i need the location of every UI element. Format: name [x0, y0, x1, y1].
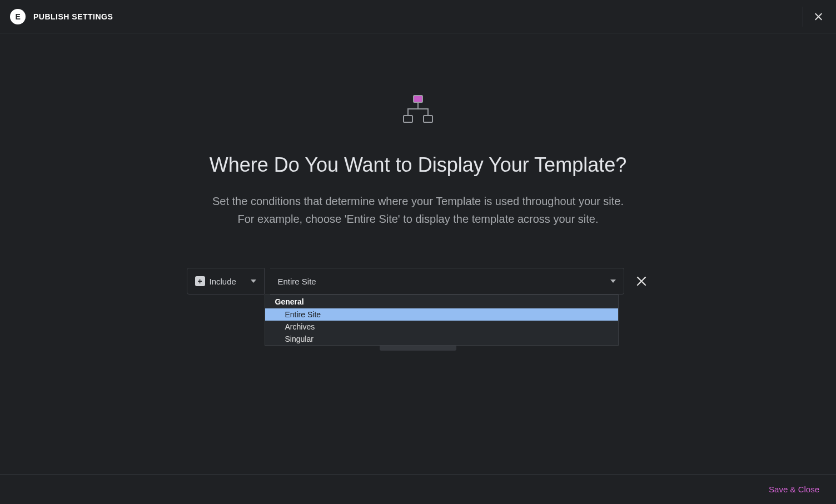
remove-condition-button[interactable] — [633, 276, 650, 286]
description-text: Set the conditions that determine where … — [212, 192, 624, 228]
main-heading: Where Do You Want to Display Your Templa… — [210, 153, 626, 177]
location-select[interactable]: Entire Site — [270, 268, 624, 295]
save-close-button[interactable]: Save & Close — [769, 485, 819, 494]
description-line-2: For example, choose 'Entire Site' to dis… — [237, 213, 598, 225]
header-left: E PUBLISH SETTINGS — [10, 9, 113, 24]
close-button[interactable] — [803, 7, 823, 27]
description-line-1: Set the conditions that determine where … — [212, 195, 624, 207]
svg-rect-0 — [414, 96, 422, 102]
location-selected-value: Entire Site — [278, 277, 316, 286]
condition-row: + Include Entire Site General Entire Sit… — [187, 268, 650, 295]
location-dropdown: General Entire Site Archives Singular — [265, 295, 619, 346]
svg-rect-2 — [424, 116, 432, 122]
dropdown-option-archives[interactable]: Archives — [265, 321, 618, 333]
dropdown-option-singular[interactable]: Singular — [265, 333, 618, 345]
dropdown-option-entire-site[interactable]: Entire Site — [265, 308, 618, 321]
modal-header: E PUBLISH SETTINGS — [0, 0, 836, 33]
publish-settings-modal: E PUBLISH SETTINGS Where Do You Want to … — [0, 0, 836, 504]
caret-down-icon — [251, 280, 256, 283]
caret-down-icon — [610, 280, 616, 283]
modal-title: PUBLISH SETTINGS — [33, 12, 113, 21]
dropdown-group-label: General — [265, 295, 618, 308]
modal-footer: Save & Close — [0, 474, 836, 504]
elementor-logo-icon: E — [10, 9, 26, 24]
plus-icon: + — [195, 276, 205, 286]
close-icon — [814, 11, 823, 22]
modal-body: Where Do You Want to Display Your Templa… — [0, 33, 836, 474]
include-label: Include — [210, 277, 236, 286]
include-exclude-select[interactable]: + Include — [187, 268, 265, 295]
close-icon — [636, 276, 646, 286]
sitemap-icon — [401, 94, 435, 127]
svg-rect-1 — [404, 116, 412, 122]
